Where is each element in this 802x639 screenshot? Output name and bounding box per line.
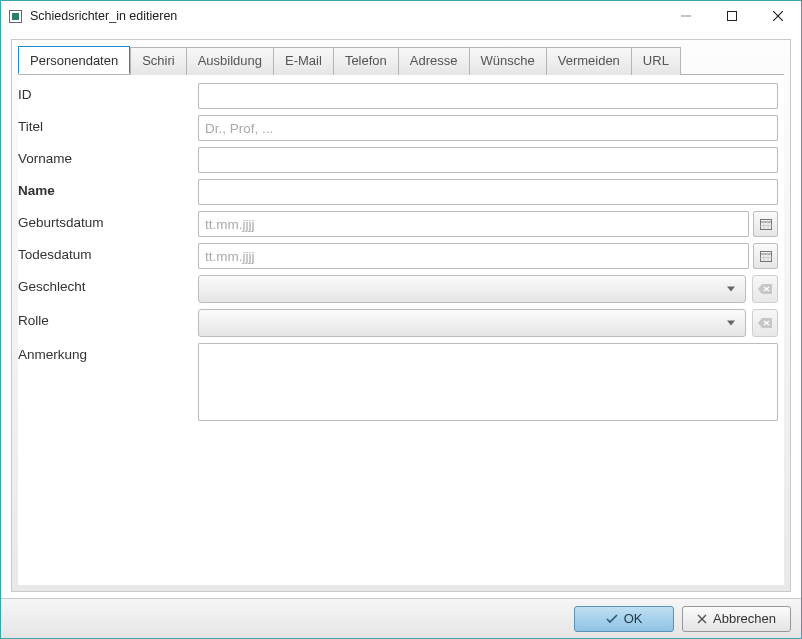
- cancel-icon: [697, 614, 707, 624]
- tab-label: Vermeiden: [558, 53, 620, 68]
- label-vorname: Vorname: [18, 147, 198, 166]
- label-name: Name: [18, 179, 198, 198]
- anmerkung-textarea[interactable]: [198, 343, 778, 421]
- tab-label: Personendaten: [30, 53, 118, 68]
- tab-schiri[interactable]: Schiri: [130, 47, 186, 75]
- tab-personendaten[interactable]: Personendaten: [18, 46, 130, 74]
- geschlecht-select[interactable]: [198, 275, 746, 303]
- tab-email[interactable]: E-Mail: [273, 47, 333, 75]
- todesdatum-picker-button[interactable]: [753, 243, 778, 269]
- label-geschlecht: Geschlecht: [18, 275, 198, 294]
- tab-label: Ausbildung: [198, 53, 262, 68]
- geburtsdatum-picker-button[interactable]: [753, 211, 778, 237]
- tab-vermeiden[interactable]: Vermeiden: [546, 47, 631, 75]
- label-rolle: Rolle: [18, 309, 198, 328]
- svg-rect-9: [760, 252, 771, 262]
- maximize-icon: [727, 11, 737, 21]
- tab-ausbildung[interactable]: Ausbildung: [186, 47, 273, 75]
- svg-rect-1: [728, 12, 737, 21]
- tab-label: Schiri: [142, 53, 175, 68]
- app-icon: [9, 10, 22, 23]
- window-controls: [663, 1, 801, 31]
- calendar-icon: [760, 250, 772, 262]
- close-icon: [773, 11, 783, 21]
- tab-wuensche[interactable]: Wünsche: [469, 47, 546, 75]
- rolle-select[interactable]: [198, 309, 746, 337]
- tabstrip: Personendaten Schiri Ausbildung E-Mail T…: [12, 40, 790, 74]
- tab-label: Wünsche: [481, 53, 535, 68]
- cancel-button[interactable]: Abbrechen: [682, 606, 791, 632]
- name-input[interactable]: [198, 179, 778, 205]
- rolle-clear-button[interactable]: [752, 309, 779, 337]
- tab-adresse[interactable]: Adresse: [398, 47, 469, 75]
- titlebar: Schiedsrichter_in editieren: [1, 1, 801, 31]
- tab-label: Adresse: [410, 53, 458, 68]
- label-id: ID: [18, 83, 198, 102]
- ok-button[interactable]: OK: [574, 606, 674, 632]
- content-area: Personendaten Schiri Ausbildung E-Mail T…: [1, 31, 801, 598]
- maximize-button[interactable]: [709, 1, 755, 31]
- tab-url[interactable]: URL: [631, 47, 681, 75]
- id-input[interactable]: [198, 83, 778, 109]
- tab-body-personendaten: ID Titel Vorname Name Geburtsdatum: [18, 74, 784, 585]
- titel-input[interactable]: [198, 115, 778, 141]
- window-title: Schiedsrichter_in editieren: [30, 9, 177, 23]
- vorname-input[interactable]: [198, 147, 778, 173]
- svg-rect-4: [760, 220, 771, 230]
- backspace-icon: [758, 284, 772, 294]
- label-geburtsdatum: Geburtsdatum: [18, 211, 198, 230]
- dialog-footer: OK Abbrechen: [1, 598, 801, 638]
- label-titel: Titel: [18, 115, 198, 134]
- ok-label: OK: [624, 611, 643, 626]
- cancel-label: Abbrechen: [713, 611, 776, 626]
- close-button[interactable]: [755, 1, 801, 31]
- label-anmerkung: Anmerkung: [18, 343, 198, 362]
- backspace-icon: [758, 318, 772, 328]
- minimize-icon: [681, 11, 691, 21]
- tab-telefon[interactable]: Telefon: [333, 47, 398, 75]
- minimize-button[interactable]: [663, 1, 709, 31]
- tab-label: E-Mail: [285, 53, 322, 68]
- tab-label: URL: [643, 53, 669, 68]
- check-icon: [606, 614, 618, 624]
- main-panel: Personendaten Schiri Ausbildung E-Mail T…: [11, 39, 791, 592]
- label-todesdatum: Todesdatum: [18, 243, 198, 262]
- todesdatum-input[interactable]: [198, 243, 749, 269]
- calendar-icon: [760, 218, 772, 230]
- geschlecht-clear-button[interactable]: [752, 275, 779, 303]
- geburtsdatum-input[interactable]: [198, 211, 749, 237]
- tab-label: Telefon: [345, 53, 387, 68]
